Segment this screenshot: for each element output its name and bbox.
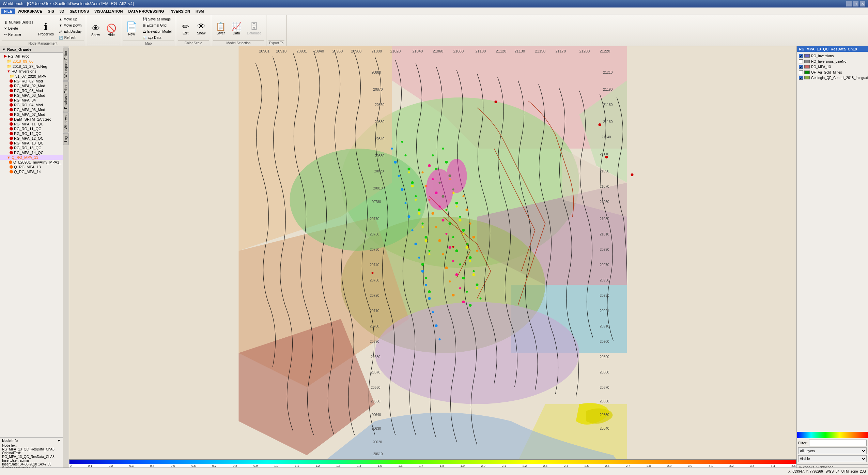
legend-checkbox-3[interactable]: ✓ xyxy=(799,65,803,69)
menu-workspace[interactable]: WORKSPACE xyxy=(15,9,45,14)
rename-button[interactable]: ✏ Rename xyxy=(2,32,35,37)
tree-item-rg-ro-03[interactable]: RG_RO_03_Mod xyxy=(0,88,63,93)
tree-item-rg-mpa-13[interactable]: RG_MPA_13_QC xyxy=(0,141,63,145)
tree-item-q-l20931[interactable]: Q_L20931_newAInv_MPA1_ xyxy=(0,160,63,165)
svg-point-16 xyxy=(411,181,414,184)
svg-text:20750: 20750 xyxy=(370,248,379,251)
tree-item-dem-srtm[interactable]: DEM_SRTM_1ArcSec xyxy=(0,117,63,122)
move-up-button[interactable]: ▲ Move Up xyxy=(57,16,84,22)
svg-point-96 xyxy=(408,215,410,218)
show-button[interactable]: 👁 Show xyxy=(88,22,103,38)
tree-dot-icon xyxy=(10,118,13,121)
menu-gis[interactable]: GIS xyxy=(45,9,57,14)
tree-item-rg-ro-11[interactable]: RG_RO_11_QC xyxy=(0,126,63,131)
tree-item-rg-ro-13[interactable]: RG_RO_13_QC xyxy=(0,145,63,150)
close-button[interactable]: ✕ xyxy=(860,1,865,6)
menu-data-processing[interactable]: DATA PROCESSING xyxy=(126,9,167,14)
ribbon-col-map-right: 💾 Save as Image ⊞ External Grid ⛰ Elevat… xyxy=(141,16,174,41)
legend-checkbox-4[interactable] xyxy=(799,70,803,74)
tree-item-label: RG_RO_03_Mod xyxy=(14,89,43,93)
hide-button[interactable]: 🚫 Hide xyxy=(104,22,119,38)
svg-text:21000: 21000 xyxy=(372,49,382,53)
log-tab[interactable]: Log xyxy=(63,133,69,145)
layer-filter-select[interactable]: All Layers xyxy=(798,447,867,454)
windows-tab[interactable]: Windows xyxy=(63,112,69,133)
refresh-button[interactable]: 🔄 Refresh xyxy=(57,35,84,41)
tree-item-ro-inversions[interactable]: ▼ RO_Inversions xyxy=(0,69,63,74)
layer-button[interactable]: 📋 Layer xyxy=(213,20,228,36)
visible-filter-select[interactable]: Visible xyxy=(798,455,867,462)
tree-dot-icon xyxy=(10,89,13,92)
tree-item-rg-mpa-02[interactable]: RG_MPA_02_Mod xyxy=(0,83,63,88)
menu-inversion[interactable]: INVERSION xyxy=(167,9,193,14)
legend-checkbox-5[interactable]: ✓ xyxy=(799,76,803,80)
legend-label-2: RO_Inversions_LineNo xyxy=(811,60,846,63)
menu-file[interactable]: FILE xyxy=(1,9,15,14)
move-down-button[interactable]: ▼ Move Down xyxy=(57,22,84,28)
edit-color-button[interactable]: ✏ Edit xyxy=(178,20,193,36)
menu-sections[interactable]: SECTIONS xyxy=(67,9,92,14)
legend-item-qf-au-gold[interactable]: QF_Au_Gold_Mines xyxy=(798,70,867,75)
tree-dot-icon xyxy=(10,170,13,173)
xyz-data-button[interactable]: 📊 xyz Data xyxy=(141,35,174,41)
svg-text:21080: 21080 xyxy=(453,49,464,53)
tree-item-q-rg-mpa-14[interactable]: Q_RG_MPA_14 xyxy=(0,169,63,174)
properties-button[interactable]: ℹ Properties xyxy=(36,20,56,37)
restore-button[interactable]: □ xyxy=(853,1,858,6)
external-grid-button[interactable]: ⊞ External Grid xyxy=(141,22,174,28)
legend-color-2 xyxy=(804,60,810,63)
tree-dot-icon xyxy=(10,108,13,111)
map-area[interactable]: 20901 20910 20931 20940 20950 20960 2100… xyxy=(69,46,796,475)
tree-item-rg-mpa-11[interactable]: RG_MPA_11_QC xyxy=(0,122,63,126)
tree-dot-icon xyxy=(10,122,13,126)
node-info-insertdate: InsertDate: 04-06-2020 14:47:55 xyxy=(2,462,61,466)
legend-item-geologia[interactable]: ✓ Geologia_QF_Central_2018_Integrada xyxy=(798,75,867,80)
menu-visualization[interactable]: VISUALIZATION xyxy=(92,9,126,14)
tree-item-rg-mpa-06[interactable]: RG_MPA_06_Mod xyxy=(0,107,63,112)
tree-dot-icon xyxy=(9,160,12,164)
show-color-button[interactable]: 👁 Show xyxy=(194,20,209,36)
tree-item-31-07[interactable]: 📁 31_07_2020_MPA xyxy=(0,74,63,79)
multiple-deletes-button[interactable]: 🗑 Multiple Deletes xyxy=(2,19,35,25)
svg-point-177 xyxy=(599,123,601,126)
tree-item-rg-mpa-14[interactable]: RG_MPA_14_QC xyxy=(0,150,63,155)
menu-3d[interactable]: 3D xyxy=(57,9,67,14)
legend-item-ro-inversions[interactable]: ✓ RO_Inversions xyxy=(798,53,867,59)
tree-item-rg-ro-04[interactable]: RG_RO_04_Mod xyxy=(0,103,63,107)
tree-item-rg-ro-12[interactable]: RG_RO_12_QC xyxy=(0,131,63,136)
tree-item-rg-all-proc[interactable]: ▶ RG_All_Proc xyxy=(0,53,63,59)
tree-header: ▼ Roca_Grande xyxy=(0,46,63,53)
tree-container[interactable]: ▶ RG_All_Proc 📁 2018_09_06 📁 2018_11_27_… xyxy=(0,53,63,437)
node-management-label: Node Management xyxy=(2,41,84,45)
legend-checkbox-2[interactable] xyxy=(799,59,803,63)
minimize-button[interactable]: ─ xyxy=(846,1,852,6)
tree-item-label: RG_MPA_06_Mod xyxy=(14,108,45,112)
tree-item-rg-mpa-07[interactable]: RG_MPA_07_Mod xyxy=(0,112,63,117)
tree-item-rg-mpa-03[interactable]: RG_MPA_03_Mod xyxy=(0,93,63,98)
edit-display-button[interactable]: 🖊 Edit Display xyxy=(57,29,84,34)
elevation-model-button[interactable]: ⛰ Elevation Model xyxy=(141,29,174,34)
tree-item-2018-09-06[interactable]: 📁 2018_09_06 xyxy=(0,59,63,64)
data-button[interactable]: 📈 Data xyxy=(229,20,244,36)
legend-item-ro-mpa-13[interactable]: ✓ RO_MPA_13 xyxy=(798,64,867,70)
legend-item-ro-inversions-lineno[interactable]: RO_Inversions_LineNo xyxy=(798,59,867,64)
tree-item-2018-11[interactable]: 📁 2018_11_27_NoNeg xyxy=(0,64,63,69)
tree-item-rg-mpa-12[interactable]: RG_MPA_12_QC xyxy=(0,136,63,141)
save-as-image-button[interactable]: 💾 Save as Image xyxy=(141,16,174,22)
legend-checkbox-1[interactable]: ✓ xyxy=(799,54,803,58)
node-info-collapse[interactable]: ▼ xyxy=(57,439,61,443)
new-map-button[interactable]: 📄 New xyxy=(123,20,140,37)
database-button[interactable]: 🗄 Database xyxy=(245,20,264,36)
tree-item-q-ro-mpa-13[interactable]: ▼ Q_RO_MPA_13 xyxy=(0,155,63,160)
filter-input[interactable] xyxy=(809,440,867,446)
svg-point-71 xyxy=(442,253,444,255)
delete-button[interactable]: ✕ Delete xyxy=(2,26,35,31)
workspace-editor-tab[interactable]: Workspace Editor xyxy=(63,48,69,81)
tree-item-rg-mpa-04[interactable]: RG_MPA_04 xyxy=(0,98,63,103)
svg-text:20990: 20990 xyxy=(600,248,609,251)
tree-item-q-rg-mpa-13[interactable]: Q_RG_MPA_13 xyxy=(0,165,63,169)
svg-point-41 xyxy=(446,209,448,211)
database-editor-tab[interactable]: Database Editor xyxy=(63,81,69,112)
tree-item-rg-ro-02[interactable]: RG_RO_02_Mod xyxy=(0,79,63,83)
menu-hsm[interactable]: HSM xyxy=(193,9,206,14)
